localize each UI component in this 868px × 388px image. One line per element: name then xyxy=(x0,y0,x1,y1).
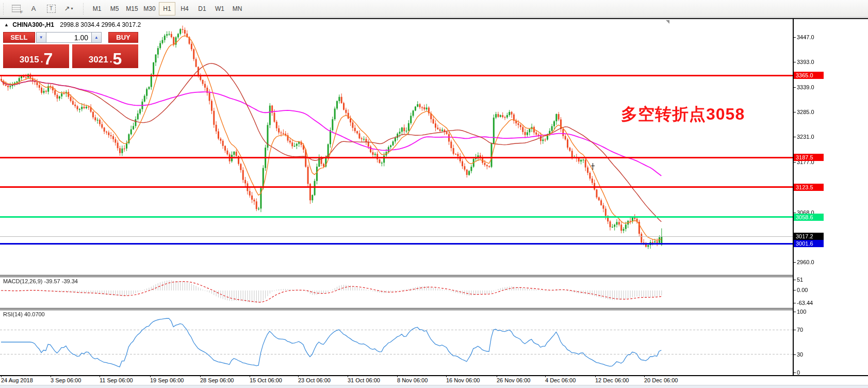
time-label: 3 Sep 06:00 xyxy=(51,377,81,383)
time-label: 31 Oct 06:00 xyxy=(348,377,380,383)
crosshair-cursor-vertical xyxy=(593,163,593,170)
time-label: 12 Dec 06:00 xyxy=(595,377,629,383)
volume-decrement-button[interactable]: ▼ xyxy=(36,32,46,43)
buy-price-big-digit: 5 xyxy=(112,51,122,67)
volume-increment-button[interactable]: ▲ xyxy=(91,32,102,43)
horizontal-line-3058.6[interactable] xyxy=(0,216,793,218)
sell-price-main: 3015 xyxy=(20,53,39,67)
time-label: 26 Nov 06:00 xyxy=(497,377,530,383)
price-tick-3231.0: 3231.0 xyxy=(797,134,814,140)
time-label: 19 Sep 06:00 xyxy=(150,377,184,383)
price-tick-3285.0: 3285.0 xyxy=(797,109,814,115)
price-tick-2960.0: 2960.0 xyxy=(797,259,814,265)
time-label: 20 Dec 06:00 xyxy=(644,377,678,383)
buy-price-dot: . xyxy=(110,53,112,67)
rsi-axis-0: 0 xyxy=(797,369,800,376)
time-label: 28 Sep 06:00 xyxy=(200,377,234,383)
chart-text-annotation[interactable]: 多空转折点3058 xyxy=(621,103,745,126)
time-label: 8 Nov 06:00 xyxy=(397,377,428,383)
time-label: 24 Aug 2018 xyxy=(1,377,33,383)
price-badge-3123.5: 3123.5 xyxy=(794,184,824,191)
rsi-axis-100: 100 xyxy=(797,309,806,315)
price-badge-3365.0: 3365.0 xyxy=(794,72,824,79)
volume-input[interactable]: 1.00 xyxy=(46,32,91,43)
time-axis[interactable]: 24 Aug 2018 3 Sep 06:00 11 Sep 06:00 19 … xyxy=(0,376,868,385)
macd-axis--63.44: -63.44 xyxy=(797,300,813,306)
macd-label: MACD(12,26,9) -39.57 -39.34 xyxy=(3,278,78,284)
macd-axis-51: 51 xyxy=(797,277,803,283)
buy-button[interactable]: BUY xyxy=(108,32,138,43)
price-tick-3447.0: 3447.0 xyxy=(797,34,814,40)
price-tick-3393.0: 3393.0 xyxy=(797,59,814,65)
sell-price-display[interactable]: 3015 . 7 xyxy=(3,44,69,68)
price-badge-3017.2: 3017.2 xyxy=(794,233,824,240)
one-click-trade-panel: SELL ▼ 1.00 ▲ BUY 3015 . 7 3021 . 5 xyxy=(3,32,138,68)
time-label: 4 Dec 06:00 xyxy=(545,377,576,383)
sell-price-big-digit: 7 xyxy=(43,51,53,67)
horizontal-line-3001.6[interactable] xyxy=(0,243,793,245)
ohlc-readout: 2998.8 3034.4 2996.4 3017.2 xyxy=(60,21,141,28)
price-badge-3001.6: 3001.6 xyxy=(794,240,824,247)
macd-axis-0.00: 0.00 xyxy=(797,287,808,293)
crosshair-cursor-horizontal xyxy=(591,166,595,166)
rsi-axis-30: 30 xyxy=(797,351,803,358)
time-label: 11 Sep 06:00 xyxy=(100,377,133,383)
chart-symbol-header: ▲ CHINA300-,H1 2998.8 3034.4 2996.4 3017… xyxy=(4,21,141,28)
time-label: 23 Oct 06:00 xyxy=(298,377,331,383)
sell-button[interactable]: SELL xyxy=(3,32,35,43)
rsi-axis-70: 70 xyxy=(797,327,803,333)
trade-panel-collapse-icon[interactable]: ▲ xyxy=(4,22,9,27)
horizontal-line-3123.5[interactable] xyxy=(0,186,793,188)
price-tick-3339.0: 3339.0 xyxy=(797,84,814,90)
current-price-line xyxy=(0,236,793,237)
buy-price-main: 3021 xyxy=(89,53,108,67)
symbol-label: CHINA300-,H1 xyxy=(12,21,54,28)
price-badge-3058.6: 3058.6 xyxy=(794,214,824,221)
horizontal-line-3365[interactable] xyxy=(0,75,793,76)
time-label: 15 Oct 06:00 xyxy=(250,377,282,383)
chart-shift-marker[interactable] xyxy=(666,20,669,24)
buy-price-display[interactable]: 3021 . 5 xyxy=(72,44,138,68)
price-badge-3187.5: 3187.5 xyxy=(794,154,824,161)
horizontal-line-3187.5[interactable] xyxy=(0,157,793,158)
sell-price-dot: . xyxy=(41,53,43,67)
rsi-label: RSI(14) 40.0700 xyxy=(3,311,45,317)
time-label: 16 Nov 06:00 xyxy=(446,377,480,383)
trading-app-window: FAT↗▾ M1M5M15M30H1H4D1W1MN ▲ CHINA300-,H… xyxy=(0,0,868,388)
